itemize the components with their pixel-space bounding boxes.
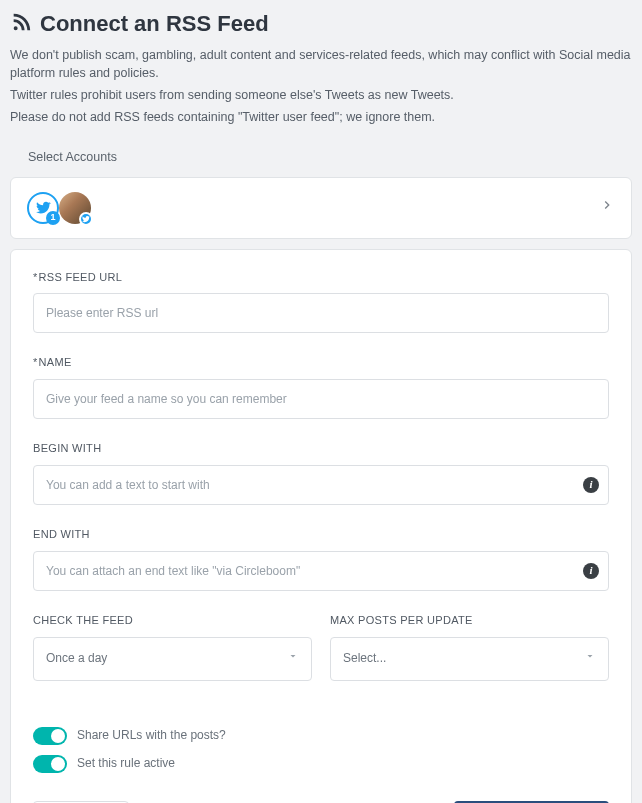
notice-line: We don't publish scam, gambling, adult c… xyxy=(10,46,632,82)
twitter-count-badge: 1 xyxy=(46,211,60,225)
max-posts-label: MAX POSTS PER UPDATE xyxy=(330,613,609,629)
rss-url-input[interactable] xyxy=(33,293,609,333)
name-label: NAME xyxy=(33,355,609,371)
active-label: Set this rule active xyxy=(77,755,175,772)
begin-input[interactable] xyxy=(33,465,609,505)
max-posts-value: Select... xyxy=(343,650,386,667)
header-notices: We don't publish scam, gambling, adult c… xyxy=(10,46,632,127)
chevron-down-icon xyxy=(287,650,299,667)
select-accounts-label: Select Accounts xyxy=(10,130,632,166)
notice-line: Twitter rules prohibit users from sendin… xyxy=(10,86,632,104)
page-title: Connect an RSS Feed xyxy=(40,8,269,40)
check-feed-label: CHECK THE FEED xyxy=(33,613,312,629)
share-urls-label: Share URLs with the posts? xyxy=(77,727,226,744)
notice-line: Please do not add RSS feeds containing "… xyxy=(10,108,632,126)
rss-icon xyxy=(10,10,32,38)
chevron-down-icon xyxy=(584,650,596,667)
rss-url-label: RSS FEED URL xyxy=(33,270,609,286)
twitter-badge-icon xyxy=(79,212,93,226)
check-feed-value: Once a day xyxy=(46,650,107,667)
chevron-right-icon xyxy=(599,197,615,219)
info-icon[interactable]: i xyxy=(583,563,599,579)
max-posts-select[interactable]: Select... xyxy=(330,637,609,680)
twitter-account-icon[interactable]: 1 xyxy=(27,192,59,224)
info-icon[interactable]: i xyxy=(583,477,599,493)
accounts-selector[interactable]: 1 xyxy=(10,177,632,239)
end-input[interactable] xyxy=(33,551,609,591)
account-avatar[interactable] xyxy=(59,192,91,224)
end-label: END WITH xyxy=(33,527,609,543)
name-input[interactable] xyxy=(33,379,609,419)
share-urls-toggle[interactable] xyxy=(33,727,67,745)
rss-form: RSS FEED URL NAME BEGIN WITH i END WITH … xyxy=(10,249,632,803)
begin-label: BEGIN WITH xyxy=(33,441,609,457)
active-toggle[interactable] xyxy=(33,755,67,773)
check-feed-select[interactable]: Once a day xyxy=(33,637,312,680)
